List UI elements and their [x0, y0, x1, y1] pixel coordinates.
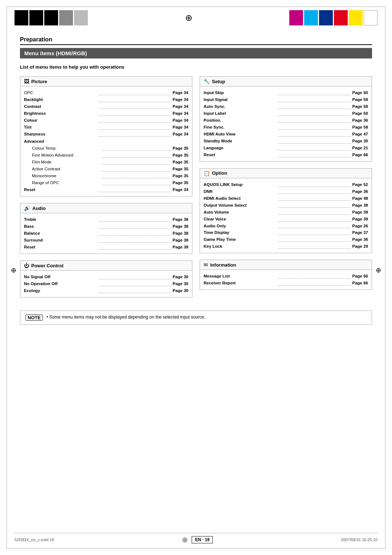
- dots: [278, 280, 351, 285]
- page-ref: Page 34: [173, 186, 188, 193]
- dots: [278, 216, 351, 222]
- dots: [278, 96, 351, 102]
- page-ref: Page 26: [352, 223, 368, 230]
- blue-block: [319, 10, 333, 25]
- right-column: 🔧 Setup Input Skip Page 50 Input Signal …: [200, 76, 372, 304]
- list-item: Message List Page 66: [204, 273, 368, 280]
- dots: [98, 110, 171, 116]
- information-box-title: Information: [210, 262, 236, 268]
- dots: [278, 151, 351, 157]
- dots: [278, 117, 351, 123]
- dots: [98, 96, 171, 102]
- dots: [278, 145, 351, 150]
- dots: [102, 179, 171, 185]
- list-item: Position. Page 36: [204, 117, 368, 124]
- list-item: Colour Temp. Page 35: [24, 145, 188, 152]
- yellow-block: [349, 10, 363, 25]
- dots: [278, 181, 351, 187]
- page-ref: Page 30: [173, 287, 188, 294]
- setup-box-content: Input Skip Page 50 Input Signal Page 59 …: [200, 86, 372, 161]
- list-item: Input Skip Page 50: [204, 89, 368, 96]
- page-ref: Page 34: [173, 96, 188, 103]
- left-column: 🖼 Picture OPC Page 34 Backlight Page 34 …: [20, 76, 192, 304]
- dots: [98, 287, 171, 293]
- dots: [278, 243, 351, 249]
- list-item: Receiver Report Page 66: [204, 280, 368, 287]
- gray-block-1: [59, 10, 73, 25]
- setup-box-title: Setup: [212, 79, 225, 84]
- dots: [278, 110, 351, 116]
- page-ref: Page 35: [173, 179, 188, 186]
- dots: [278, 195, 351, 201]
- list-item: Audio Only Page 26: [204, 223, 368, 230]
- dots: [278, 202, 351, 208]
- black-block-2: [29, 10, 43, 25]
- picture-icon: 🖼: [24, 78, 29, 84]
- page-ref: Page 38: [352, 202, 368, 209]
- dots: [102, 145, 171, 151]
- power-box-content: No Signal Off Page 30 No Operation Off P…: [20, 271, 192, 297]
- gray-block-2: [74, 10, 88, 25]
- page-ref: Page 34: [173, 89, 188, 96]
- list-item: Backlight Page 34: [24, 96, 188, 103]
- cyan-block: [304, 10, 318, 25]
- page-ref: Page 34: [173, 117, 188, 124]
- note-text: • Some menu items may not be displayed d…: [46, 315, 205, 320]
- dots: [102, 159, 171, 165]
- list-item: Standby Mode Page 30: [204, 138, 368, 145]
- page-ref: Page 36: [352, 188, 368, 195]
- dots: [98, 244, 171, 250]
- picture-box-header: 🖼 Picture: [20, 77, 192, 86]
- dots: [278, 236, 351, 242]
- list-item: Time Display Page 37: [204, 229, 368, 236]
- list-item: Treble Page 38: [24, 216, 188, 223]
- picture-box-content: OPC Page 34 Backlight Page 34 Contrast P…: [20, 86, 192, 196]
- setup-box: 🔧 Setup Input Skip Page 50 Input Signal …: [200, 76, 372, 162]
- page-ref: Page 47: [352, 131, 368, 138]
- dots: [98, 103, 171, 109]
- information-box-header: ✉ Information: [200, 260, 372, 270]
- left-margin-compass: ⊕: [11, 266, 16, 274]
- right-margin-compass: ⊕: [376, 266, 381, 274]
- option-box-header: 📋 Option: [200, 169, 372, 178]
- picture-box-title: Picture: [31, 79, 47, 84]
- dots: [98, 89, 171, 95]
- dots: [278, 131, 351, 137]
- page-ref: Page 59: [352, 96, 368, 103]
- setup-icon: 🔧: [204, 78, 210, 84]
- top-center-compass: ⊕: [88, 10, 289, 25]
- list-item: Auto Sync. Page 58: [204, 103, 368, 110]
- option-icon: 📋: [204, 170, 210, 176]
- dots: [278, 223, 351, 228]
- dots: [278, 103, 351, 109]
- list-item: Clear Voice Page 39: [204, 216, 368, 223]
- red-block: [334, 10, 348, 25]
- audio-box-content: Treble Page 38 Bass Page 38 Balance Page…: [20, 213, 192, 254]
- page-ref: Page 50: [352, 89, 368, 96]
- compass-icon-top: ⊕: [185, 13, 192, 23]
- list-item: Input Label Page 50: [204, 110, 368, 117]
- section-heading-bar: Menu items (HDMI/RGB): [20, 48, 372, 58]
- page-ref: Page 34: [173, 124, 188, 131]
- list-item: Film Mode Page 35: [24, 159, 188, 166]
- menu-section-label: Advanced: [24, 138, 188, 145]
- page-ref: Page 34: [173, 103, 188, 110]
- compass-icon-bottom: ⊕: [182, 535, 188, 544]
- top-decorative-bar: ⊕: [15, 10, 377, 25]
- top-color-blocks: [289, 10, 377, 25]
- list-item: No Operation Off Page 30: [24, 280, 188, 287]
- subtitle: List of menu items to help you with oper…: [20, 64, 372, 70]
- picture-box: 🖼 Picture OPC Page 34 Backlight Page 34 …: [20, 76, 192, 197]
- page-ref: Page 38: [173, 237, 188, 244]
- information-box: ✉ Information Message List Page 66 Recei…: [200, 260, 372, 290]
- option-box-content: AQUOS LINK Setup Page 52 DNR Page 36 HDM…: [200, 178, 372, 253]
- page-ref: Page 66: [352, 151, 368, 158]
- list-item: Game Play Time Page 36: [204, 236, 368, 243]
- dots: [98, 117, 171, 123]
- dots: [102, 173, 171, 178]
- dots: [98, 274, 171, 279]
- list-item: Key Lock Page 29: [204, 243, 368, 250]
- page-ref: Page 34: [173, 131, 188, 138]
- power-box-title: Power Control: [31, 263, 64, 268]
- note-bullet: •: [46, 315, 48, 320]
